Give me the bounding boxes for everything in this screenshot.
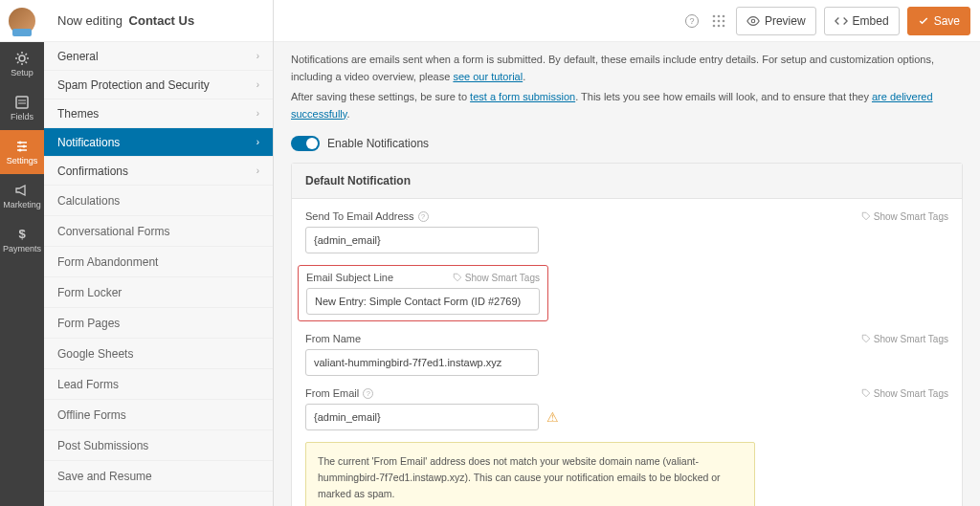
menu-sub[interactable]: Form Pages: [44, 308, 273, 339]
svg-point-18: [723, 19, 725, 22]
enable-label: Enable Notifications: [327, 137, 429, 150]
svg-rect-1: [16, 97, 28, 108]
svg-point-20: [718, 24, 721, 27]
svg-text:$: $: [18, 227, 26, 241]
notification-panel: Default Notification Send To Email Addre…: [291, 163, 963, 506]
intro-text: After saving these settings, be sure to …: [291, 89, 963, 122]
from-email-input[interactable]: [305, 404, 539, 430]
svg-point-19: [713, 24, 716, 27]
chevron-right-icon: ›: [256, 165, 259, 176]
help-icon[interactable]: ?: [418, 211, 429, 222]
send-to-input[interactable]: [305, 227, 539, 253]
menu-notifications[interactable]: Notifications›: [44, 128, 273, 157]
save-button[interactable]: Save: [907, 7, 970, 35]
test-submission-link[interactable]: test a form submission: [470, 91, 575, 102]
send-to-label: Send To Email Address?: [305, 210, 429, 222]
rail-setup[interactable]: Setup: [0, 42, 44, 86]
apps-icon[interactable]: [709, 11, 728, 31]
chevron-right-icon: ›: [256, 108, 259, 119]
smart-tags-toggle[interactable]: Show Smart Tags: [861, 211, 948, 222]
rail-fields[interactable]: Fields: [0, 86, 44, 130]
smtp-notice: The current 'From Email' address does no…: [305, 442, 755, 506]
svg-point-0: [19, 55, 25, 61]
settings-menu: General› Spam Protection and Security› T…: [44, 42, 273, 506]
smart-tags-toggle[interactable]: Show Smart Tags: [861, 388, 948, 399]
svg-point-8: [23, 145, 26, 148]
chevron-right-icon: ›: [256, 51, 259, 61]
menu-sub[interactable]: Lead Forms: [44, 369, 273, 400]
chevron-right-icon: ›: [256, 79, 259, 90]
menu-sub[interactable]: Conversational Forms: [44, 216, 273, 247]
now-editing: Now editing Contact Us: [44, 0, 273, 42]
menu-themes[interactable]: Themes›: [44, 99, 273, 128]
chevron-right-icon: ›: [256, 137, 259, 147]
smart-tags-toggle[interactable]: Show Smart Tags: [861, 334, 948, 344]
svg-point-13: [713, 14, 716, 17]
enable-notifications-toggle[interactable]: [291, 136, 320, 151]
subject-label: Email Subject Line: [306, 272, 393, 283]
from-name-input[interactable]: [305, 349, 539, 376]
menu-sub[interactable]: Post Submissions: [44, 430, 273, 461]
smart-tags-toggle[interactable]: Show Smart Tags: [453, 273, 540, 283]
menu-spam[interactable]: Spam Protection and Security›: [44, 71, 273, 99]
rail-marketing[interactable]: Marketing: [0, 174, 44, 218]
svg-point-14: [718, 14, 721, 17]
svg-text:?: ?: [689, 16, 694, 26]
menu-sub[interactable]: Form Abandonment: [44, 247, 273, 277]
from-name-label: From Name: [305, 333, 361, 344]
menu-sub[interactable]: Save and Resume: [44, 461, 273, 492]
menu-sub[interactable]: Calculations: [44, 186, 273, 216]
svg-point-21: [723, 24, 725, 27]
rail-settings[interactable]: Settings: [0, 130, 44, 174]
menu-sub[interactable]: Offline Forms: [44, 400, 273, 430]
help-icon[interactable]: ?: [363, 388, 373, 399]
panel-title: Default Notification: [292, 164, 962, 199]
svg-point-17: [718, 19, 721, 22]
tutorial-link[interactable]: see our tutorial: [453, 71, 523, 82]
menu-sub[interactable]: Google Sheets: [44, 339, 273, 369]
svg-point-22: [751, 19, 755, 23]
menu-confirmations[interactable]: Confirmations›: [44, 157, 273, 186]
help-icon[interactable]: ?: [682, 11, 702, 31]
intro-text: Notifications are emails sent when a for…: [291, 52, 963, 85]
warning-icon: ⚠: [546, 409, 559, 425]
subject-input[interactable]: [306, 288, 540, 315]
logo[interactable]: [0, 0, 44, 42]
svg-point-9: [19, 149, 22, 152]
menu-sub[interactable]: Form Locker: [44, 277, 273, 308]
svg-point-16: [713, 19, 716, 22]
embed-button[interactable]: Embed: [824, 7, 900, 35]
svg-point-15: [723, 14, 725, 17]
rail-payments[interactable]: $Payments: [0, 218, 44, 262]
preview-button[interactable]: Preview: [736, 7, 816, 35]
from-email-label: From Email?: [305, 387, 373, 399]
menu-general[interactable]: General›: [44, 42, 273, 71]
svg-point-7: [19, 142, 22, 144]
